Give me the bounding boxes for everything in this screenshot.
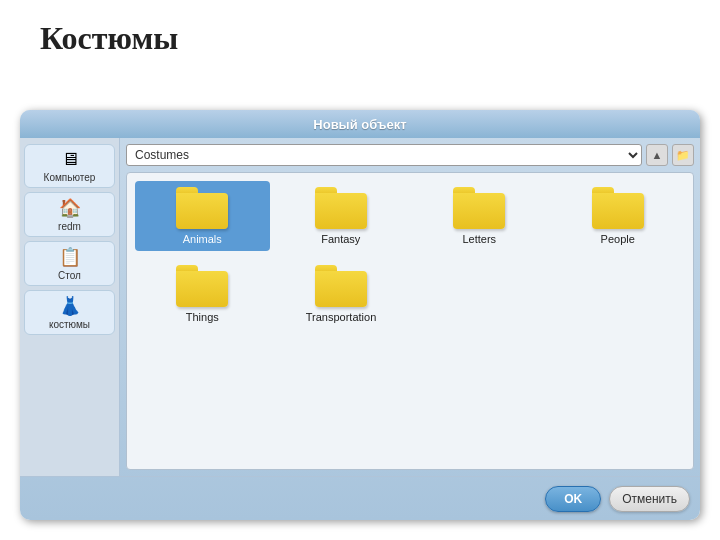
sidebar: 🖥 Компьютер 🏠 redm 📋 Стол 👗 костюмы [20, 138, 120, 476]
address-select[interactable]: Costumes [126, 144, 642, 166]
computer-icon: 🖥 [61, 149, 79, 170]
up-button[interactable]: ▲ [646, 144, 668, 166]
new-folder-button[interactable]: 📁 [672, 144, 694, 166]
sidebar-item-redm[interactable]: 🏠 redm [24, 192, 115, 237]
dialog-title: Новый объект [313, 117, 406, 132]
dialog-titlebar: Новый объект [20, 110, 700, 138]
fantasy-folder-icon [315, 187, 367, 229]
redm-label: redm [58, 221, 81, 232]
folder-letters[interactable]: Letters [412, 181, 547, 251]
page-title: Костюмы [40, 20, 178, 57]
sidebar-item-costumes[interactable]: 👗 костюмы [24, 290, 115, 335]
things-folder-icon [176, 265, 228, 307]
dialog-bottom: OK Отменить [20, 476, 700, 520]
computer-label: Компьютер [44, 172, 96, 183]
folder-things[interactable]: Things [135, 259, 270, 329]
redm-icon: 🏠 [59, 197, 81, 219]
ok-button[interactable]: OK [545, 486, 601, 512]
folder-animals[interactable]: Animals [135, 181, 270, 251]
dialog-content: 🖥 Компьютер 🏠 redm 📋 Стол 👗 костюмы Cost… [20, 138, 700, 476]
folder-fantasy[interactable]: Fantasy [274, 181, 409, 251]
people-label: People [601, 233, 635, 245]
cancel-button[interactable]: Отменить [609, 486, 690, 512]
sidebar-item-desktop[interactable]: 📋 Стол [24, 241, 115, 286]
dialog: Новый объект 🖥 Компьютер 🏠 redm 📋 Стол 👗… [20, 110, 700, 520]
transportation-label: Transportation [306, 311, 376, 323]
costumes-label: костюмы [49, 319, 90, 330]
desktop-label: Стол [58, 270, 81, 281]
fantasy-label: Fantasy [321, 233, 360, 245]
folder-people[interactable]: People [551, 181, 686, 251]
things-label: Things [186, 311, 219, 323]
sidebar-item-computer[interactable]: 🖥 Компьютер [24, 144, 115, 188]
file-area: Costumes ▲ 📁 Animals Fantasy [120, 138, 700, 476]
costumes-icon: 👗 [59, 295, 81, 317]
desktop-icon: 📋 [59, 246, 81, 268]
transportation-folder-icon [315, 265, 367, 307]
animals-label: Animals [183, 233, 222, 245]
address-bar: Costumes ▲ 📁 [126, 144, 694, 166]
file-grid: Animals Fantasy Letters People [126, 172, 694, 470]
letters-folder-icon [453, 187, 505, 229]
people-folder-icon [592, 187, 644, 229]
letters-label: Letters [462, 233, 496, 245]
animals-folder-icon [176, 187, 228, 229]
folder-transportation[interactable]: Transportation [274, 259, 409, 329]
